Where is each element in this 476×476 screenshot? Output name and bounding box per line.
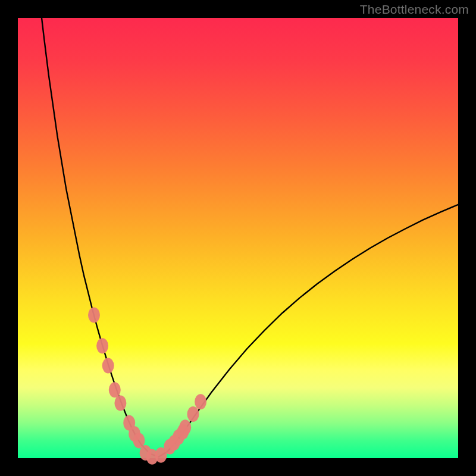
- watermark-text: TheBottleneck.com: [360, 2, 469, 17]
- highlight-dot: [187, 406, 199, 422]
- outer-frame: TheBottleneck.com: [0, 0, 476, 476]
- highlight-dot: [114, 396, 126, 411]
- highlight-dots-group: [88, 308, 206, 465]
- highlight-dot: [102, 358, 114, 374]
- highlight-dot: [195, 394, 206, 409]
- bottleneck-curve: [42, 18, 458, 457]
- highlight-dot: [109, 382, 121, 397]
- highlight-dot: [179, 419, 191, 435]
- highlight-dot: [96, 338, 108, 353]
- highlight-dot: [88, 308, 100, 323]
- chart-svg: [18, 18, 458, 458]
- plot-area: [18, 18, 458, 458]
